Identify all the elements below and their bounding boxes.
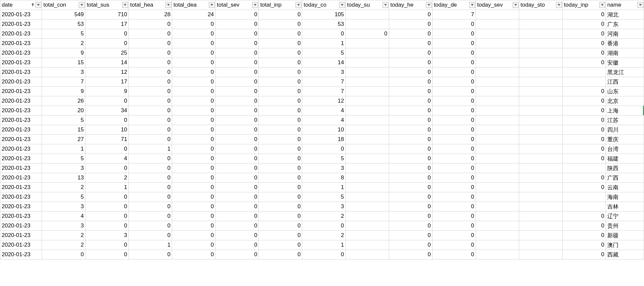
cell-name[interactable]: 贵州	[606, 221, 644, 231]
cell-today_hea[interactable]: 0	[389, 96, 432, 106]
cell-total_hea[interactable]: 0	[129, 183, 172, 192]
cell-today_dea[interactable]: 0	[432, 96, 476, 106]
column-header-today_sev[interactable]: today_sev	[476, 0, 519, 10]
cell-total_sus[interactable]: 9	[85, 87, 129, 96]
cell-today_inp[interactable]	[562, 192, 606, 202]
cell-today_con[interactable]: 18	[302, 135, 345, 144]
cell-today_hea[interactable]: 0	[389, 87, 432, 96]
cell-total_con[interactable]: 5	[42, 116, 85, 125]
cell-total_sev[interactable]: 0	[215, 183, 259, 192]
cell-total_hea[interactable]: 28	[129, 10, 172, 20]
cell-today_sto[interactable]	[519, 202, 562, 212]
cell-today_sto[interactable]	[519, 106, 562, 116]
cell-today_dea[interactable]: 0	[432, 212, 476, 221]
cell-today_sev[interactable]	[476, 144, 519, 154]
cell-today_inp[interactable]: 0	[562, 240, 606, 250]
cell-total_con[interactable]: 9	[42, 48, 85, 58]
table-row[interactable]: 2020-01-239900007000山东	[0, 87, 644, 96]
cell-total_inp[interactable]: 0	[259, 250, 302, 260]
cell-name[interactable]: 西藏	[606, 250, 644, 260]
cell-total_sev[interactable]: 0	[215, 77, 259, 87]
cell-today_hea[interactable]: 0	[389, 202, 432, 212]
cell-total_sev[interactable]: 0	[215, 48, 259, 58]
cell-name[interactable]: 安徽	[606, 58, 644, 68]
cell-today_hea[interactable]: 0	[389, 173, 432, 183]
cell-total_sev[interactable]: 0	[215, 240, 259, 250]
cell-name[interactable]: 香港	[606, 39, 644, 48]
cell-name[interactable]: 陕西	[606, 164, 644, 173]
cell-today_sto[interactable]	[519, 77, 562, 87]
cell-total_con[interactable]: 4	[42, 212, 85, 221]
filter-dropdown-icon[interactable]	[79, 2, 85, 8]
table-row[interactable]: 2020-01-23300000300吉林	[0, 202, 644, 212]
cell-today_dea[interactable]: 0	[432, 202, 476, 212]
filter-dropdown-icon[interactable]	[165, 2, 171, 8]
filter-dropdown-icon[interactable]	[35, 2, 41, 8]
cell-total_dea[interactable]: 0	[172, 192, 215, 202]
cell-today_inp[interactable]: 0	[562, 173, 606, 183]
cell-total_inp[interactable]: 0	[259, 96, 302, 106]
cell-today_dea[interactable]: 0	[432, 58, 476, 68]
cell-today_con[interactable]: 0	[302, 250, 345, 260]
cell-total_dea[interactable]: 0	[172, 135, 215, 144]
table-row[interactable]: 2020-01-232100001000云南	[0, 183, 644, 192]
cell-today_sus[interactable]	[345, 106, 389, 116]
cell-today_sus[interactable]	[345, 58, 389, 68]
cell-total_hea[interactable]: 0	[129, 68, 172, 77]
cell-name[interactable]: 广西	[606, 173, 644, 183]
cell-total_dea[interactable]: 0	[172, 106, 215, 116]
cell-total_sus[interactable]: 12	[85, 68, 129, 77]
filter-dropdown-icon[interactable]	[209, 2, 215, 8]
cell-total_inp[interactable]: 0	[259, 29, 302, 39]
cell-today_sto[interactable]	[519, 39, 562, 48]
cell-total_con[interactable]: 15	[42, 125, 85, 135]
cell-total_inp[interactable]: 0	[259, 144, 302, 154]
cell-today_sus[interactable]	[345, 116, 389, 125]
cell-total_inp[interactable]: 0	[259, 192, 302, 202]
cell-today_hea[interactable]: 0	[389, 183, 432, 192]
cell-name[interactable]: 澳门	[606, 240, 644, 250]
cell-today_sev[interactable]	[476, 231, 519, 240]
cell-today_sev[interactable]	[476, 87, 519, 96]
table-row[interactable]: 2020-01-2392500005000湖南	[0, 48, 644, 58]
cell-total_sev[interactable]: 0	[215, 202, 259, 212]
cell-total_hea[interactable]: 0	[129, 164, 172, 173]
cell-name[interactable]: 吉林	[606, 202, 644, 212]
cell-date[interactable]: 2020-01-23	[0, 202, 42, 212]
filter-dropdown-icon[interactable]	[599, 2, 605, 8]
cell-total_sev[interactable]: 0	[215, 250, 259, 260]
cell-total_sus[interactable]: 1	[85, 183, 129, 192]
cell-today_dea[interactable]: 7	[432, 10, 476, 20]
cell-total_sev[interactable]: 0	[215, 96, 259, 106]
cell-today_sto[interactable]	[519, 58, 562, 68]
cell-total_con[interactable]: 15	[42, 58, 85, 68]
cell-name[interactable]: 四川	[606, 125, 644, 135]
cell-total_inp[interactable]: 0	[259, 58, 302, 68]
cell-total_con[interactable]: 2	[42, 231, 85, 240]
cell-date[interactable]: 2020-01-23	[0, 77, 42, 87]
cell-today_hea[interactable]: 0	[389, 212, 432, 221]
cell-total_sev[interactable]: 0	[215, 192, 259, 202]
table-row[interactable]: 2020-01-2350000000000河南	[0, 29, 644, 39]
cell-today_sev[interactable]	[476, 135, 519, 144]
cell-date[interactable]: 2020-01-23	[0, 20, 42, 29]
cell-today_sto[interactable]	[519, 221, 562, 231]
cell-total_hea[interactable]: 0	[129, 29, 172, 39]
cell-today_sus[interactable]	[345, 48, 389, 58]
cell-total_con[interactable]: 9	[42, 87, 85, 96]
cell-today_dea[interactable]: 0	[432, 77, 476, 87]
cell-today_sev[interactable]	[476, 240, 519, 250]
cell-today_sus[interactable]	[345, 250, 389, 260]
cell-total_inp[interactable]: 0	[259, 116, 302, 125]
cell-total_hea[interactable]: 0	[129, 250, 172, 260]
cell-today_con[interactable]: 14	[302, 58, 345, 68]
cell-total_inp[interactable]: 0	[259, 87, 302, 96]
cell-total_sev[interactable]: 0	[215, 135, 259, 144]
cell-today_inp[interactable]: 0	[562, 48, 606, 58]
cell-today_hea[interactable]: 0	[389, 221, 432, 231]
cell-total_sus[interactable]: 0	[85, 116, 129, 125]
cell-total_con[interactable]: 0	[42, 250, 85, 260]
cell-today_dea[interactable]: 0	[432, 240, 476, 250]
cell-total_con[interactable]: 20	[42, 106, 85, 116]
cell-today_inp[interactable]: 0	[562, 183, 606, 192]
